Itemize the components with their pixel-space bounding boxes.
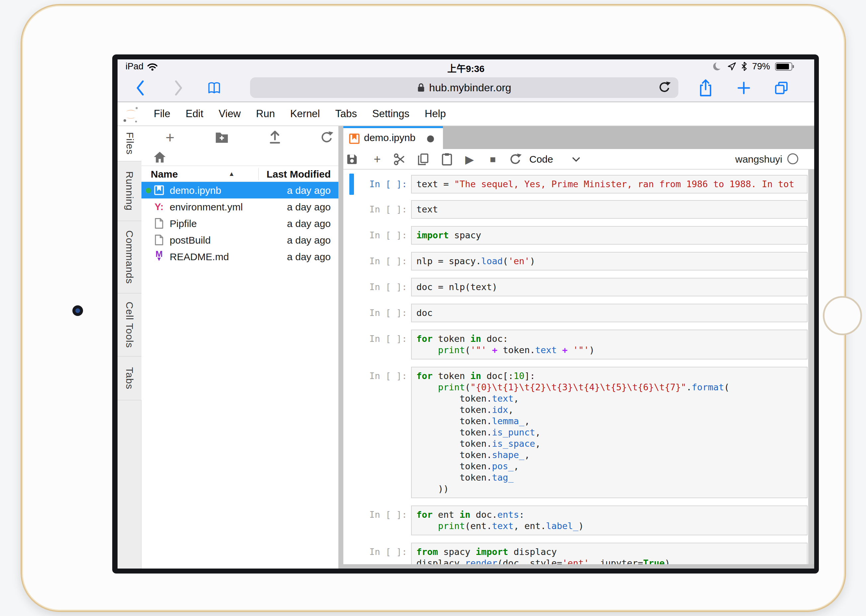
sidebar-tab-cell-tools[interactable]: Cell Tools [118, 294, 142, 357]
interrupt-kernel-button[interactable]: ■ [484, 151, 501, 168]
cell-prompt: In [ ]: [353, 179, 407, 190]
ios-status-bar: iPad 上午9:36 [118, 60, 814, 73]
cut-cells-button[interactable] [391, 151, 408, 168]
new-tab-button[interactable] [736, 79, 751, 97]
menu-edit[interactable]: Edit [178, 108, 211, 120]
jupyterlab-menu-bar: FileEditViewRunKernelTabsSettingsHelp [118, 102, 814, 126]
code-cell-1[interactable]: text = "The sequel, Yes, Prime Minister,… [411, 175, 808, 193]
reload-button[interactable] [658, 81, 671, 94]
file-browser-panel: + [142, 126, 339, 569]
screen-bezel: iPad 上午9:36 [112, 55, 819, 574]
add-cell-button[interactable]: + [368, 151, 386, 168]
paste-cells-button[interactable] [438, 151, 455, 168]
cell-prompt: In [ ]: [353, 370, 407, 382]
jupyterlab-app: FileEditViewRunKernelTabsSettingsHelp Fi… [118, 102, 814, 569]
notebook-file-icon [154, 185, 164, 195]
menu-help[interactable]: Help [417, 108, 453, 120]
notebook-tab-icon [349, 133, 360, 145]
column-modified-label[interactable]: Last Modified [267, 168, 331, 180]
screen: iPad 上午9:36 [118, 60, 814, 569]
run-cell-button[interactable]: ▶ [461, 151, 478, 168]
code-cell-6[interactable]: doc [411, 304, 808, 322]
code-cell-5[interactable]: doc = nlp(text) [411, 278, 808, 296]
cell-type-value: Code [529, 154, 553, 165]
file-row-environment.yml[interactable]: Y:environment.ymla day ago [142, 198, 339, 215]
new-folder-button[interactable] [214, 129, 230, 145]
file-name: Pipfile [170, 218, 197, 229]
menu-run[interactable]: Run [248, 108, 283, 120]
upload-button[interactable] [267, 129, 283, 145]
file-row-README.md[interactable]: M▼README.mda day ago [142, 248, 339, 265]
notebook-toolbar: + [343, 149, 814, 170]
sidebar-tab-tabs[interactable]: Tabs [118, 357, 142, 400]
restart-kernel-button[interactable] [507, 151, 524, 168]
url-text: hub.mybinder.org [429, 82, 511, 94]
secure-lock-icon [417, 83, 425, 93]
kernel-status-icon[interactable] [787, 153, 798, 164]
breadcrumb [142, 148, 339, 166]
menu-view[interactable]: View [211, 108, 248, 120]
menu-tabs[interactable]: Tabs [328, 108, 365, 120]
yaml-icon: Y: [153, 201, 165, 212]
left-sidebar: FilesRunningCommandsCell ToolsTabs [118, 126, 142, 569]
sidebar-tab-label: Cell Tools [124, 302, 135, 348]
refresh-file-list-button[interactable] [319, 129, 335, 145]
code-cell-3[interactable]: import spacy [411, 226, 808, 245]
file-name: environment.yml [170, 201, 243, 213]
column-name-label[interactable]: Name [151, 168, 178, 180]
vertical-scrollbar[interactable] [808, 170, 814, 564]
file-modified: a day ago [287, 251, 331, 262]
panel-split-handle[interactable] [339, 126, 343, 569]
cell-prompt: In [ ]: [353, 307, 407, 319]
cell-prompt: In [ ]: [353, 509, 407, 520]
home-breadcrumb-icon[interactable] [153, 151, 166, 163]
share-button[interactable] [698, 79, 713, 97]
location-icon [727, 62, 736, 71]
home-button[interactable] [823, 296, 862, 335]
sidebar-tab-running[interactable]: Running [118, 161, 142, 221]
notebook-tab-demo[interactable]: demo.ipynb [343, 126, 443, 149]
forward-button[interactable] [171, 79, 186, 97]
horizontal-scrollbar[interactable] [339, 564, 814, 569]
file-row-Pipfile[interactable]: Pipfilea day ago [142, 215, 339, 232]
cell-prompt: In [ ]: [353, 256, 407, 267]
bookmarks-button[interactable] [206, 79, 222, 97]
cell-type-dropdown[interactable]: Code [529, 152, 606, 167]
unsaved-changes-dot[interactable] [427, 135, 434, 142]
tabs-overview-button[interactable] [774, 79, 789, 97]
file-modified: a day ago [287, 185, 331, 196]
column-divider [258, 168, 259, 180]
kernel-running-dot [146, 188, 151, 193]
code-cell-10[interactable]: from spacy import displacydisplacy.rende… [411, 543, 808, 564]
file-list: demo.ipynba day agoY:environment.ymla da… [142, 182, 339, 567]
bluetooth-icon [741, 62, 747, 71]
code-cell-8[interactable]: for token in doc[:10]: print("{0}\t{1}\t… [411, 367, 808, 498]
notebook-panel: demo.ipynb + [343, 126, 814, 569]
kernel-user-label: wangshuyi [735, 154, 783, 165]
sidebar-tab-commands[interactable]: Commands [118, 221, 142, 294]
file-row-demo.ipynb[interactable]: demo.ipynba day ago [142, 182, 339, 198]
back-button[interactable] [133, 79, 148, 97]
menu-settings[interactable]: Settings [365, 108, 417, 120]
code-cell-9[interactable]: for ent in doc.ents: print(ent.text, ent… [411, 506, 808, 535]
cell-prompt: In [ ]: [353, 230, 407, 241]
new-launcher-button[interactable]: + [162, 129, 178, 145]
clock: 上午9:36 [118, 61, 814, 75]
code-cell-7[interactable]: for token in doc: print('"' + token.text… [411, 330, 808, 360]
safari-toolbar: hub.mybinder.org [118, 73, 814, 102]
sidebar-tab-label: Tabs [124, 367, 135, 389]
ipad-device-frame: iPad 上午9:36 [20, 4, 846, 612]
sidebar-tab-files[interactable]: Files [118, 126, 142, 161]
code-cell-2[interactable]: text [411, 200, 808, 219]
save-button[interactable] [343, 151, 361, 168]
copy-cells-button[interactable] [414, 151, 432, 168]
file-name: README.md [170, 251, 229, 262]
file-row-postBuild[interactable]: postBuilda day ago [142, 232, 339, 248]
code-cell-4[interactable]: nlp = spacy.load('en') [411, 252, 808, 270]
markdown-icon: M▼ [153, 251, 165, 262]
menu-kernel[interactable]: Kernel [283, 108, 328, 120]
file-list-header[interactable]: Name ▲ Last Modified [142, 166, 339, 182]
yaml-file-icon: Y: [155, 201, 164, 212]
address-bar[interactable]: hub.mybinder.org [250, 77, 679, 98]
menu-file[interactable]: File [146, 108, 178, 120]
